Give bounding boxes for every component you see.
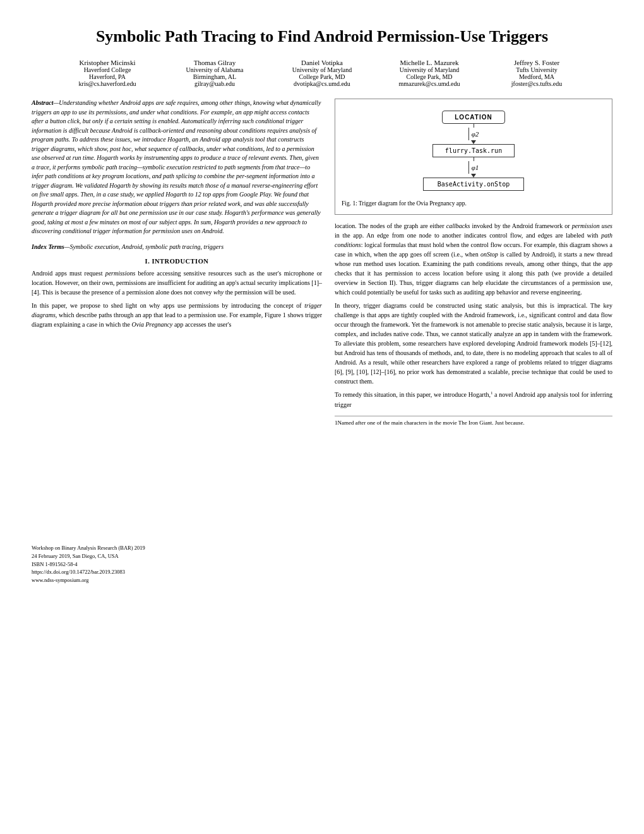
right-para2: In theory, trigger diagrams could be con… xyxy=(335,301,612,386)
right-para3: To remedy this situation, in this paper,… xyxy=(335,390,612,409)
figure-1: LOCATION φ2 flurry.Task.run xyxy=(335,99,612,215)
index-terms-text: —Symbolic execution, Android, symbolic p… xyxy=(64,243,224,250)
base-activity-box: BaseActivity.onStop xyxy=(423,178,524,191)
trigger-diagram: LOCATION φ2 flurry.Task.run xyxy=(342,106,605,196)
workshop-line3: ISBN 1-891562-58-4 xyxy=(32,560,322,569)
footnote-text: 1Named after one of the main characters … xyxy=(335,420,525,426)
section1-title: I. Introduction xyxy=(32,258,322,265)
abstract-block: Abstract—Understanding whether Android a… xyxy=(32,99,322,236)
author-2: Thomas Gilray University of Alabama Birm… xyxy=(161,59,268,87)
workshop-info: Workshop on Binary Analysis Research (BA… xyxy=(32,544,322,584)
author-5: Jeffrey S. Foster Tufts University Medfo… xyxy=(483,59,590,87)
abstract-label: Abstract xyxy=(32,99,53,106)
intro-para2: In this paper, we propose to shed light … xyxy=(32,301,322,329)
workshop-line2: 24 February 2019, San Diego, CA, USA xyxy=(32,552,322,560)
authors-row: Kristopher Micinski Haverford College Ha… xyxy=(32,59,612,87)
phi1-label: φ1 xyxy=(472,164,479,171)
paper-title: Symbolic Path Tracing to Find Android Pe… xyxy=(32,25,612,47)
phi2-arrow: φ2 xyxy=(468,124,479,144)
author-4: Michelle L. Mazurek University of Maryla… xyxy=(376,59,483,87)
figure-caption: Fig. 1: Trigger diagram for the Ovia Pre… xyxy=(342,200,605,208)
author-3: Daniel Votipka University of Maryland Co… xyxy=(268,59,376,87)
workshop-line1: Workshop on Binary Analysis Research (BA… xyxy=(32,544,322,552)
index-terms-label: Index Terms xyxy=(32,243,64,250)
location-box: LOCATION xyxy=(442,111,505,124)
right-para1: location. The nodes of the graph are eit… xyxy=(335,221,612,297)
right-column: LOCATION φ2 flurry.Task.run xyxy=(335,99,612,584)
intro-para1: Android apps must request permissions be… xyxy=(32,269,322,297)
flurry-box: flurry.Task.run xyxy=(432,144,515,157)
two-column-layout: Abstract—Understanding whether Android a… xyxy=(32,99,612,584)
title-section: Symbolic Path Tracing to Find Android Pe… xyxy=(32,25,612,87)
paper-container: Symbolic Path Tracing to Find Android Pe… xyxy=(32,25,612,584)
workshop-section: Workshop on Binary Analysis Research (BA… xyxy=(32,544,322,584)
abstract-text: —Understanding whether Android apps are … xyxy=(32,99,321,234)
index-terms: Index Terms—Symbolic execution, Android,… xyxy=(32,243,322,252)
left-column: Abstract—Understanding whether Android a… xyxy=(32,99,322,584)
phi1-arrow: φ1 xyxy=(468,157,479,178)
workshop-line4: https://dx.doi.org/10.14722/bar.2019.230… xyxy=(32,568,322,576)
footnote-section: 1Named after one of the main characters … xyxy=(335,416,612,427)
workshop-line5: www.ndss-symposium.org xyxy=(32,576,322,584)
author-1: Kristopher Micinski Haverford College Ha… xyxy=(54,59,161,87)
phi2-label: φ2 xyxy=(472,130,479,138)
